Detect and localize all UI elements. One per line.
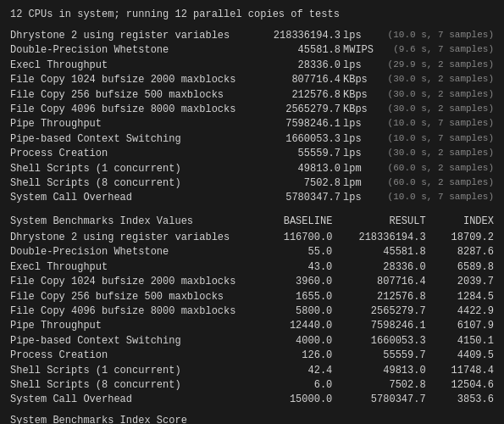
bench-name: Shell Scripts (1 concurrent) <box>10 162 247 176</box>
bench-value: 5780347.7 <box>247 191 341 205</box>
index-row-index: 2039.7 <box>435 275 494 289</box>
index-row-name: Shell Scripts (8 concurrent) <box>10 378 247 393</box>
index-row-index: 6107.9 <box>435 319 494 333</box>
bench-name: File Copy 1024 bufsize 2000 maxblocks <box>10 73 247 87</box>
index-row-name: System Call Overhead <box>10 393 247 407</box>
index-row-name: Pipe Throughput <box>10 319 247 333</box>
bench-extra: (30.0 s, 2 samples) <box>370 103 494 117</box>
bench-unit: KBps <box>341 88 370 103</box>
bench-value: 1660053.3 <box>247 132 341 147</box>
bench-extra: (60.0 s, 2 samples) <box>370 176 494 191</box>
benchmark-row: System Call Overhead5780347.7lps(10.0 s,… <box>10 191 494 205</box>
index-section: System Benchmarks Index ValuesBASELINERE… <box>10 215 494 408</box>
index-data-row: System Call Overhead15000.05780347.73853… <box>10 393 494 407</box>
bench-name: Pipe-based Context Switching <box>10 132 247 147</box>
index-row-result: 1660053.3 <box>341 334 426 349</box>
index-col-result: RESULT <box>341 215 426 229</box>
index-row-result: 55559.7 <box>341 349 426 363</box>
index-col-baseline: BASELINE <box>256 215 332 229</box>
index-row-name: File Copy 256 bufsize 500 maxblocks <box>10 290 247 304</box>
index-row-baseline: 15000.0 <box>256 393 332 407</box>
index-row-baseline: 116700.0 <box>256 231 332 245</box>
index-row-index: 11748.4 <box>435 364 494 378</box>
index-row-index: 18709.2 <box>435 231 494 245</box>
index-row-baseline: 1655.0 <box>256 290 332 304</box>
index-row-index: 4150.1 <box>435 334 494 349</box>
index-row-name: File Copy 1024 bufsize 2000 maxblocks <box>10 275 247 289</box>
bench-unit: lps <box>341 132 370 147</box>
benchmark-row: Dhrystone 2 using register variables2183… <box>10 29 494 43</box>
bench-unit: lpm <box>341 176 370 191</box>
index-row-result: 45581.8 <box>341 245 426 259</box>
index-row-result: 807716.4 <box>341 275 426 289</box>
index-row-result: 218336194.3 <box>341 231 426 245</box>
index-row-baseline: 4000.0 <box>256 334 332 349</box>
index-data-row: Process Creation126.055559.74409.5 <box>10 349 494 363</box>
index-row-name: Pipe-based Context Switching <box>10 334 247 349</box>
index-data-row: Dhrystone 2 using register variables1167… <box>10 231 494 245</box>
bench-extra: (30.0 s, 2 samples) <box>370 147 494 161</box>
bench-name: File Copy 4096 bufsize 8000 maxblocks <box>10 103 247 117</box>
bench-extra: (29.9 s, 2 samples) <box>370 59 494 73</box>
benchmark-row: Pipe Throughput7598246.1lps(10.0 s, 7 sa… <box>10 117 494 131</box>
index-row-name: Execl Throughput <box>10 260 247 275</box>
index-row-name: Process Creation <box>10 349 247 363</box>
index-row-baseline: 3960.0 <box>256 275 332 289</box>
index-row-baseline: 12440.0 <box>256 319 332 333</box>
index-data-row: Double-Precision Whetstone55.045581.8828… <box>10 245 494 259</box>
bench-name: System Call Overhead <box>10 191 247 205</box>
index-row-result: 7502.8 <box>341 378 426 393</box>
index-row-index: 3853.6 <box>435 393 494 407</box>
bench-extra: (9.6 s, 7 samples) <box>374 43 494 58</box>
bench-value: 55559.7 <box>247 147 341 161</box>
index-data-row: Pipe-based Context Switching4000.0166005… <box>10 334 494 349</box>
index-row-baseline: 42.4 <box>256 364 332 378</box>
index-row-index: 4409.5 <box>435 349 494 363</box>
header: 12 CPUs in system; running 12 parallel c… <box>10 8 494 20</box>
index-row-name: File Copy 4096 bufsize 8000 maxblocks <box>10 304 247 319</box>
index-row-name: Shell Scripts (1 concurrent) <box>10 364 247 378</box>
index-row-baseline: 6.0 <box>256 378 332 393</box>
index-row-result: 28336.0 <box>341 260 426 275</box>
benchmarks-section: Dhrystone 2 using register variables2183… <box>10 29 494 206</box>
index-data-row: Execl Throughput43.028336.06589.8 <box>10 260 494 275</box>
bench-value: 28336.0 <box>247 59 341 73</box>
bench-extra: (10.0 s, 7 samples) <box>370 191 494 205</box>
index-row-index: 4422.9 <box>435 304 494 319</box>
bench-unit: lps <box>341 191 370 205</box>
bench-name: Pipe Throughput <box>10 117 247 131</box>
bench-unit: lps <box>341 117 370 131</box>
bench-unit: KBps <box>341 73 370 87</box>
index-col-index: INDEX <box>435 215 494 229</box>
benchmark-row: Pipe-based Context Switching1660053.3lps… <box>10 132 494 147</box>
bench-value: 212576.8 <box>247 88 341 103</box>
bench-extra: (30.0 s, 2 samples) <box>370 88 494 103</box>
bench-value: 2565279.7 <box>247 103 341 117</box>
bench-unit: lps <box>341 147 370 161</box>
benchmark-row: File Copy 4096 bufsize 8000 maxblocks256… <box>10 103 494 117</box>
index-row-result: 5780347.7 <box>341 393 426 407</box>
bench-name: Double-Precision Whetstone <box>10 43 247 58</box>
benchmark-row: Execl Throughput28336.0lps(29.9 s, 2 sam… <box>10 59 494 73</box>
index-row-baseline: 55.0 <box>256 245 332 259</box>
index-title: System Benchmarks Index Values <box>10 215 247 229</box>
bench-unit: lps <box>341 29 370 43</box>
benchmark-row: Shell Scripts (1 concurrent)49813.0lpm(6… <box>10 162 494 176</box>
index-row-result: 2565279.7 <box>341 304 426 319</box>
bench-extra: (60.0 s, 2 samples) <box>370 162 494 176</box>
bench-unit: lps <box>341 59 370 73</box>
index-row-index: 8287.6 <box>435 245 494 259</box>
bench-extra: (10.0 s, 7 samples) <box>370 117 494 131</box>
bench-value: 7502.8 <box>247 176 341 191</box>
index-header-row: System Benchmarks Index ValuesBASELINERE… <box>10 215 494 229</box>
bench-name: File Copy 256 bufsize 500 maxblocks <box>10 88 247 103</box>
bench-name: Process Creation <box>10 147 247 161</box>
bench-value: 45581.8 <box>247 43 341 58</box>
index-row-index: 1284.5 <box>435 290 494 304</box>
bench-value: 7598246.1 <box>247 117 341 131</box>
benchmark-row: Double-Precision Whetstone45581.8MWIPS(9… <box>10 43 494 58</box>
index-data-row: Pipe Throughput12440.07598246.16107.9 <box>10 319 494 333</box>
index-row-name: Dhrystone 2 using register variables <box>10 231 247 245</box>
index-data-row: File Copy 1024 bufsize 2000 maxblocks396… <box>10 275 494 289</box>
index-row-result: 7598246.1 <box>341 319 426 333</box>
